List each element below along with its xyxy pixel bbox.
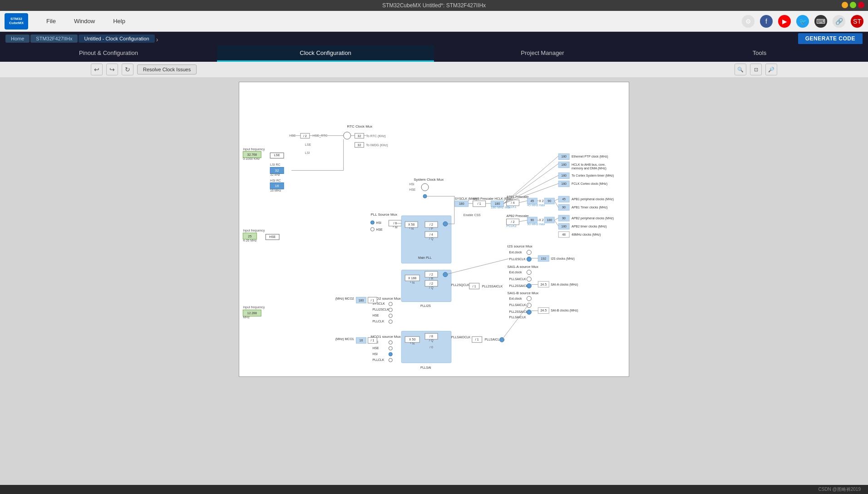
maximize-button[interactable]: [850, 2, 856, 8]
svg-text:APB2 Prescaler: APB2 Prescaler: [507, 214, 529, 217]
youtube-icon[interactable]: ▶: [778, 15, 791, 28]
svg-text:* N: * N: [410, 342, 414, 345]
menu-help[interactable]: Help: [104, 14, 134, 28]
facebook-icon[interactable]: f: [760, 15, 773, 28]
menu-file[interactable]: File: [37, 14, 65, 28]
svg-text:/ 2: / 2: [429, 223, 433, 226]
svg-text:PLLI2SCLK: PLLI2SCLK: [509, 257, 526, 261]
redo-button[interactable]: ↪: [106, 64, 118, 75]
svg-text:25: 25: [248, 235, 252, 238]
settings-icon[interactable]: ⚙: [742, 15, 755, 28]
svg-text:16: 16: [360, 339, 363, 342]
resolve-clock-issues-button[interactable]: Resolve Clock Issues: [137, 64, 197, 74]
svg-text:LSI RC: LSI RC: [270, 163, 280, 166]
svg-text:/ 1: / 1: [371, 299, 375, 302]
st-logo-icon[interactable]: ST: [851, 15, 863, 28]
svg-text:180: 180: [561, 155, 567, 158]
svg-text:24.5: 24.5: [540, 309, 547, 312]
zoom-fit-button[interactable]: ⊡: [750, 64, 762, 75]
svg-text:HSI: HSI: [409, 183, 414, 186]
link-icon[interactable]: 🔗: [833, 15, 845, 28]
svg-text:HSE: HSE: [409, 188, 416, 191]
svg-text:PLLSAICLK: PLLSAICLK: [485, 338, 502, 341]
svg-text:90 MHz max: 90 MHz max: [527, 222, 545, 226]
svg-text:PLLI2S: PLLI2S: [420, 304, 431, 307]
svg-text:MHz: MHz: [243, 316, 250, 319]
svg-text:HSE: HSE: [372, 346, 379, 350]
zoom-in-button[interactable]: 🔍: [735, 64, 746, 75]
svg-text:12.288: 12.288: [247, 311, 257, 315]
svg-text:X 56: X 56: [408, 223, 414, 226]
svg-point-47: [370, 227, 374, 231]
svg-text:/ 4: / 4: [429, 233, 433, 236]
svg-text:/ Q: / Q: [429, 286, 434, 290]
breadcrumb-current[interactable]: Untitled - Clock Configuration: [79, 35, 154, 43]
clock-diagram: Input frequency 32.768 0-1000 KHz LSE LS…: [239, 82, 629, 377]
svg-text:HSE: HSE: [372, 314, 379, 317]
zoom-out-button[interactable]: 🔎: [765, 64, 777, 75]
menu-window[interactable]: Window: [65, 14, 104, 28]
svg-text:45: 45: [530, 199, 534, 203]
svg-text:0-1000 KHz: 0-1000 KHz: [243, 157, 260, 160]
svg-text:/ 1: / 1: [475, 338, 479, 341]
svg-text:System Clock Mux: System Clock Mux: [414, 178, 444, 182]
svg-text:/ Q: / Q: [429, 339, 434, 342]
svg-text:/ 0: / 0: [429, 346, 433, 349]
svg-text:Ext.clock: Ext.clock: [509, 271, 522, 274]
svg-text:(MHz) MCO1: (MHz) MCO1: [335, 337, 354, 341]
minimize-button[interactable]: [842, 2, 848, 8]
svg-text:180: 180: [561, 182, 567, 185]
breadcrumb-home[interactable]: Home: [5, 35, 30, 43]
svg-point-158: [527, 296, 531, 301]
svg-text:HCLK to AHB bus, core,: HCLK to AHB bus, core,: [572, 163, 606, 166]
svg-text:16: 16: [275, 184, 279, 188]
bottom-bar: CSDN @图略裤2019: [0, 485, 868, 494]
svg-text:PCLK1: PCLK1: [507, 205, 517, 208]
svg-text:PLLSAICLK: PLLSAICLK: [509, 303, 526, 306]
svg-text:(MHz) MCO2: (MHz) MCO2: [335, 297, 354, 301]
svg-text:48: 48: [562, 233, 566, 236]
svg-text:APB2 peripheral clocks (MHz): APB2 peripheral clocks (MHz): [572, 217, 614, 220]
svg-text:/ R: / R: [429, 277, 434, 280]
title-bar: STM32CubeMX Untitled*: STM32F427IIHx: [0, 0, 868, 11]
svg-text:RTC Clock Mux: RTC Clock Mux: [347, 124, 373, 128]
svg-text:X 2: X 2: [539, 199, 544, 203]
svg-text:LSE: LSE: [305, 143, 311, 146]
breadcrumb-bar: Home STM32F427IIHx Untitled - Clock Conf…: [0, 32, 868, 45]
tab-bar: Pinout & Configuration Clock Configurati…: [0, 45, 868, 62]
svg-text:180: 180: [561, 163, 567, 166]
tab-project-manager[interactable]: Project Manager: [434, 45, 651, 62]
svg-text:/ 2: / 2: [429, 273, 433, 276]
svg-text:PLLCLK: PLLCLK: [372, 358, 384, 361]
svg-text:HSI: HSI: [372, 352, 378, 356]
close-button[interactable]: [858, 2, 864, 8]
svg-text:Enable CSS: Enable CSS: [464, 213, 481, 217]
breadcrumb-device[interactable]: STM32F427IIHx: [30, 35, 78, 43]
svg-point-162: [527, 310, 531, 314]
svg-point-183: [389, 302, 392, 306]
twitter-icon[interactable]: 🐦: [796, 15, 809, 28]
svg-text:I2S clocks (MHz): I2S clocks (MHz): [551, 257, 575, 261]
svg-text:180: 180: [359, 299, 364, 302]
tab-pinout[interactable]: Pinout & Configuration: [0, 45, 217, 62]
generate-code-button[interactable]: GENERATE CODE: [798, 33, 863, 44]
svg-point-124: [527, 250, 531, 255]
svg-text:/ Q: / Q: [429, 237, 434, 241]
tab-clock[interactable]: Clock Configuration: [217, 45, 434, 62]
svg-text:16 MHz: 16 MHz: [270, 189, 281, 192]
main-content: Input frequency 32.768 0-1000 KHz LSE LS…: [0, 77, 868, 485]
svg-text:LSI: LSI: [305, 151, 310, 154]
svg-text:180: 180: [561, 225, 567, 228]
refresh-button[interactable]: ↻: [122, 64, 133, 75]
svg-text:APB1 Timer clocks (MHz): APB1 Timer clocks (MHz): [572, 206, 607, 209]
svg-text:/ 2: / 2: [303, 134, 307, 138]
undo-button[interactable]: ↩: [91, 64, 103, 75]
svg-text:Ethernet PTP clock (MHz): Ethernet PTP clock (MHz): [572, 155, 608, 158]
svg-text:PCLK2: PCLK2: [507, 224, 517, 227]
svg-text:PLLI2SCLK: PLLI2SCLK: [372, 308, 389, 311]
svg-point-152: [527, 284, 531, 288]
tab-tools[interactable]: Tools: [651, 45, 868, 62]
svg-point-187: [389, 314, 392, 317]
github-icon[interactable]: ⌨: [814, 15, 827, 28]
toolbar: ↩ ↪ ↻ Resolve Clock Issues 🔍 ⊡ 🔎: [0, 62, 868, 77]
